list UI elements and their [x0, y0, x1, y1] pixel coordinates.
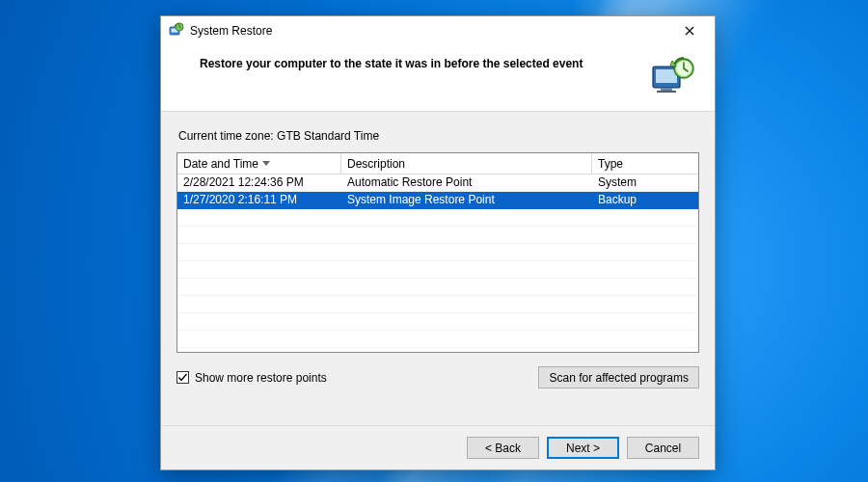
list-row[interactable]: 2/28/2021 12:24:36 PM Automatic Restore … — [177, 174, 698, 192]
dialog-body: Current time zone: GTB Standard Time Dat… — [161, 112, 715, 425]
next-button[interactable]: Next > — [547, 437, 619, 459]
close-button[interactable] — [670, 19, 709, 42]
checkmark-icon — [177, 372, 188, 383]
dialog-heading: Restore your computer to the state it wa… — [200, 55, 651, 70]
checkbox-box — [176, 371, 189, 384]
back-button[interactable]: < Back — [467, 437, 539, 459]
list-body: 2/28/2021 12:24:36 PM Automatic Restore … — [177, 174, 698, 352]
close-icon — [685, 23, 694, 39]
list-row[interactable]: 1/27/2020 2:16:11 PM System Image Restor… — [177, 192, 698, 209]
dialog-header: Restore your computer to the state it wa… — [161, 45, 715, 112]
restore-hero-icon — [651, 55, 697, 97]
show-more-checkbox[interactable]: Show more restore points — [176, 371, 327, 385]
show-more-label: Show more restore points — [195, 371, 327, 385]
svg-rect-6 — [661, 88, 672, 91]
cancel-button[interactable]: Cancel — [627, 437, 699, 459]
dialog-footer: < Back Next > Cancel — [161, 425, 715, 469]
svg-rect-5 — [656, 69, 677, 83]
column-header-description[interactable]: Description — [341, 153, 592, 174]
column-header-type[interactable]: Type — [592, 153, 698, 174]
app-icon — [169, 22, 184, 40]
window-title: System Restore — [190, 24, 272, 38]
sort-indicator-icon — [262, 161, 270, 166]
list-header: Date and Time Description Type — [177, 153, 698, 174]
system-restore-dialog: System Restore Restore your computer to … — [160, 15, 716, 470]
svg-rect-7 — [657, 91, 676, 93]
scan-affected-button[interactable]: Scan for affected programs — [538, 366, 699, 388]
titlebar: System Restore — [161, 16, 715, 45]
timezone-label: Current time zone: GTB Standard Time — [178, 129, 699, 143]
column-header-datetime[interactable]: Date and Time — [177, 153, 341, 174]
restore-points-list[interactable]: Date and Time Description Type 2/28/2021… — [176, 152, 699, 353]
